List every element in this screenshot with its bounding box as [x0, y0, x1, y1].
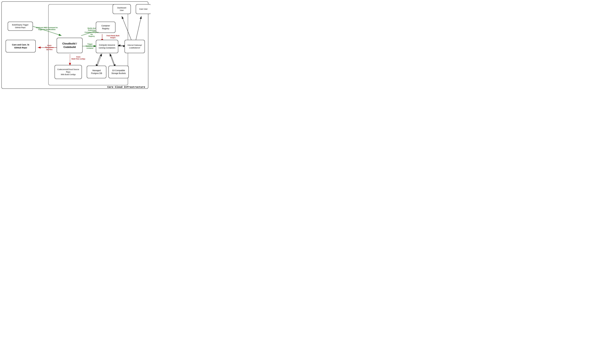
label-webhook: Webhook /AWS Command for triggering the …	[35, 27, 59, 31]
node-care-github-repo: Care and Care_fe GitHub Repo	[6, 40, 36, 52]
cloudbuild-label: Cloudbuild / Codebuild	[62, 42, 77, 49]
node-compute-resource: Compute resource running Containers	[96, 40, 118, 53]
care-user-label: Care User	[139, 8, 148, 10]
label-fetch-newly-built: Fetch Newly Built Images	[104, 35, 122, 39]
label-fetch-build-time: Fetch Build Time configs	[71, 56, 85, 60]
node-build-deploy-trigger: Build/Deploy Trigger GitHub Repo	[8, 22, 33, 31]
node-cloudbuild: Cloudbuild / Codebuild	[57, 38, 83, 53]
node-managed-postgres: Managed Postgres DB	[87, 66, 106, 78]
node-dashboard-user: Dashboard User	[113, 4, 131, 14]
managed-postgres-label: Managed Postgres DB	[91, 69, 102, 75]
container-registry-label: Container Registry	[101, 24, 110, 30]
compute-resource-label: Compute resource running Containers	[99, 44, 115, 49]
build-deploy-label: Build/Deploy Trigger GitHub Repo	[12, 24, 28, 29]
fetch-build-time-label: Fetch Build Time configs	[72, 56, 85, 60]
node-care-user: Care User	[136, 4, 150, 14]
trigger-updation-label: Trigger Updation of container	[86, 43, 94, 49]
diagram-footer: Care Cloud Infrastructure	[107, 86, 145, 88]
builds-publishes-label: Builds And Publishes Container Image to …	[85, 27, 99, 37]
fetch-newly-built-label: Fetch Newly Built Images	[107, 35, 119, 38]
webhook-label: Webhook /AWS Command for triggering the …	[36, 27, 58, 30]
label-fetch-release: Fetch The release Zip Files	[42, 44, 57, 51]
dashboard-user-label: Dashboard User	[117, 7, 126, 12]
s3-storage-label: S3 Compatible Storage Buckets	[111, 69, 126, 75]
fetch-release-label: Fetch The release Zip Files	[45, 45, 54, 50]
internet-gateway-label: Internet Gateway/ Loadbalancer	[128, 44, 142, 49]
diagram-container: Dashboard User Care User Build/Deploy Tr…	[0, 0, 150, 91]
care-github-label: Care and Care_fe GitHub Repo	[12, 43, 29, 49]
node-internet-gateway: Internet Gateway/ Loadbalancer	[125, 40, 145, 53]
node-codecommit: Codecommit/Cloud Source Repo With Build …	[54, 65, 82, 79]
footer-title: Care Cloud Infrastructure	[107, 86, 145, 88]
node-s3-storage: S3 Compatible Storage Buckets	[108, 66, 129, 78]
label-builds-publishes: Builds And Publishes Container Image to …	[84, 27, 99, 37]
label-trigger-updation: Trigger Updation of container	[84, 43, 96, 49]
codecommit-label: Codecommit/Cloud Source Repo With Build …	[57, 68, 79, 76]
